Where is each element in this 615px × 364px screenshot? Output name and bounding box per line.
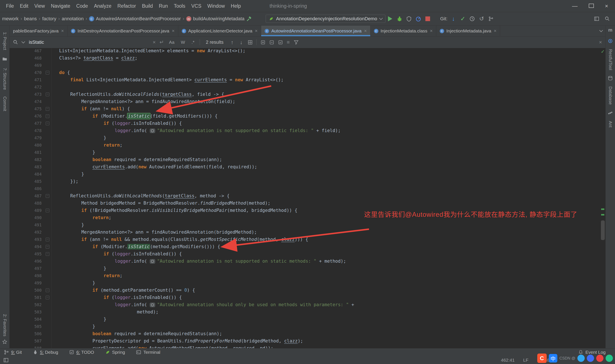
stop-button[interactable]	[423, 14, 432, 24]
tab-close-icon[interactable]: ×	[430, 28, 433, 34]
code-text[interactable]: currElements.add(new AutowiredFieldEleme…	[93, 163, 257, 170]
code-text[interactable]: }	[104, 316, 106, 323]
fold-marker-icon[interactable]	[46, 288, 49, 292]
code-text[interactable]: if (Modifier.isStatic(field.getModifiers…	[93, 112, 218, 120]
line-number[interactable]: 470	[10, 69, 42, 76]
menu-item-refactor[interactable]: Refactor	[114, 3, 139, 9]
ant-icon[interactable]	[608, 110, 613, 116]
menu-item-tools[interactable]: Tools	[171, 3, 188, 9]
close-find-icon[interactable]: ×	[599, 39, 602, 45]
tab-close-icon[interactable]: ×	[364, 28, 367, 34]
menu-item-code[interactable]: Code	[73, 3, 91, 9]
code-text[interactable]: if (logger.isInfoEnabled()) {	[104, 250, 182, 258]
line-number[interactable]: 488	[10, 199, 42, 207]
menu-item-build[interactable]: Build	[139, 3, 156, 9]
scrollbar-stripe[interactable]: ✓	[600, 37, 605, 348]
debug-button[interactable]	[395, 14, 404, 24]
tab-applicationlistenerdetector-java[interactable]: CApplicationListenerDetector.java×	[178, 26, 261, 36]
search-options-icon[interactable]: ≡	[287, 39, 290, 45]
git-update-button[interactable]: ↓	[449, 14, 458, 24]
tool-button-todo[interactable]: 6: TODO	[69, 350, 94, 355]
line-number[interactable]: 474	[10, 98, 42, 105]
code-text[interactable]: ReflectionUtils.doWithLocalFields(target…	[70, 91, 224, 98]
code-text[interactable]: logger.info( "Autowired annotation shoul…	[115, 301, 354, 308]
line-number[interactable]: 468	[10, 54, 42, 62]
breadcrumb-method[interactable]: mbuildAutowiringMetadata	[186, 16, 244, 22]
code-text[interactable]: if (logger.isInfoEnabled()) {	[104, 120, 182, 127]
fold-marker-icon[interactable]	[46, 194, 49, 198]
code-text[interactable]: if (!BridgeMethodResolver.isVisibilityBr…	[81, 207, 297, 214]
line-number[interactable]: 498	[10, 272, 42, 279]
menu-item-file[interactable]: File	[3, 3, 17, 9]
search-history-chevron-icon[interactable]	[22, 40, 25, 43]
tab-close-icon[interactable]: ×	[61, 28, 64, 34]
line-number[interactable]: 481	[10, 149, 42, 156]
line-number[interactable]: 503	[10, 308, 42, 316]
line-number[interactable]: 469	[10, 62, 42, 69]
menu-item-run[interactable]: Run	[156, 3, 171, 9]
tool-button-maven[interactable]: m	[608, 27, 613, 33]
next-occurrence-button[interactable]: ↓	[239, 39, 244, 45]
menu-item-help[interactable]: Help	[228, 3, 244, 9]
tool-button-database[interactable]: Database	[608, 86, 613, 105]
tab-close-icon[interactable]: ×	[494, 28, 496, 34]
code-text[interactable]: boolean required = determineRequiredStat…	[93, 330, 222, 337]
line-number[interactable]: 493	[10, 236, 42, 243]
line-number[interactable]: 508	[10, 345, 42, 348]
breadcrumb-item[interactable]: mework	[2, 16, 19, 22]
git-rollback-button[interactable]: ↺	[477, 14, 486, 24]
database-icon[interactable]	[608, 76, 613, 81]
menu-item-analyze[interactable]: Analyze	[91, 3, 114, 9]
code-text[interactable]: method);	[137, 308, 159, 316]
tab-close-icon[interactable]: ×	[172, 28, 175, 34]
line-number[interactable]: 489	[10, 207, 42, 214]
line-number[interactable]: 484	[10, 170, 42, 178]
line-number[interactable]: 499	[10, 279, 42, 286]
tab-close-icon[interactable]: ×	[255, 28, 258, 34]
search-result-mark[interactable]	[601, 214, 604, 216]
line-number[interactable]: 497	[10, 265, 42, 272]
fold-marker-icon[interactable]	[46, 245, 49, 248]
line-number[interactable]: 478	[10, 127, 42, 134]
tool-button-git[interactable]: 9: Git	[4, 350, 22, 355]
fold-marker-icon[interactable]	[46, 209, 49, 212]
tool-button-spring[interactable]: Spring	[105, 350, 125, 355]
code-text[interactable]: currElements.add(new AutowiredMethodElem…	[93, 345, 273, 348]
code-text[interactable]: do {	[59, 69, 70, 76]
code-text[interactable]: if (ann != null) {	[81, 105, 130, 112]
fold-marker-icon[interactable]	[46, 93, 49, 96]
line-number[interactable]: 495	[10, 250, 42, 258]
git-branch-button[interactable]	[486, 14, 496, 24]
fold-marker-icon[interactable]	[46, 296, 49, 299]
code-text[interactable]: return;	[104, 142, 122, 149]
line-number[interactable]: 494	[10, 243, 42, 250]
menu-item-navigate[interactable]: Navigate	[48, 3, 73, 9]
code-text[interactable]: }	[81, 170, 84, 178]
minimize-button[interactable]: —	[572, 3, 578, 9]
tool-button-project[interactable]: 1: Project	[2, 32, 7, 50]
line-number[interactable]: 467	[10, 47, 42, 54]
code-text[interactable]: if (Modifier.isStatic(method.getModifier…	[93, 243, 220, 250]
code-text[interactable]: MergedAnnotation<?> ann = findAutowiredA…	[81, 98, 235, 105]
breadcrumb-item[interactable]: beans	[24, 16, 37, 22]
code-text[interactable]: }	[104, 134, 106, 142]
fold-marker-icon[interactable]	[46, 71, 49, 75]
tool-button-terminal[interactable]: Terminal	[136, 350, 160, 355]
code-text[interactable]: Method bridgedMethod = BridgeMethodResol…	[81, 199, 270, 207]
tool-window-toggle-icon[interactable]	[3, 358, 9, 363]
fold-marker-icon[interactable]	[46, 238, 49, 241]
code-text[interactable]: }	[93, 323, 95, 330]
tab-injectionmetadata-java[interactable]: CInjectionMetadata.java×	[436, 26, 500, 36]
tool-button-restfultool[interactable]: RestfulTool	[608, 49, 613, 70]
line-number[interactable]: 501	[10, 294, 42, 301]
code-text[interactable]: final List<InjectionMetadata.InjectedEle…	[70, 76, 284, 83]
code-text[interactable]: }	[104, 265, 106, 272]
add-occurrence-button[interactable]	[261, 40, 266, 45]
fold-marker-icon[interactable]	[46, 114, 49, 118]
line-number[interactable]: 496	[10, 258, 42, 265]
breadcrumb-class[interactable]: CAutowiredAnnotationBeanPostProcessor	[89, 16, 181, 22]
line-number[interactable]: 482	[10, 156, 42, 163]
menu-item-view[interactable]: View	[31, 3, 48, 9]
build-icon[interactable]	[244, 14, 254, 24]
line-number[interactable]: 487	[10, 192, 42, 199]
